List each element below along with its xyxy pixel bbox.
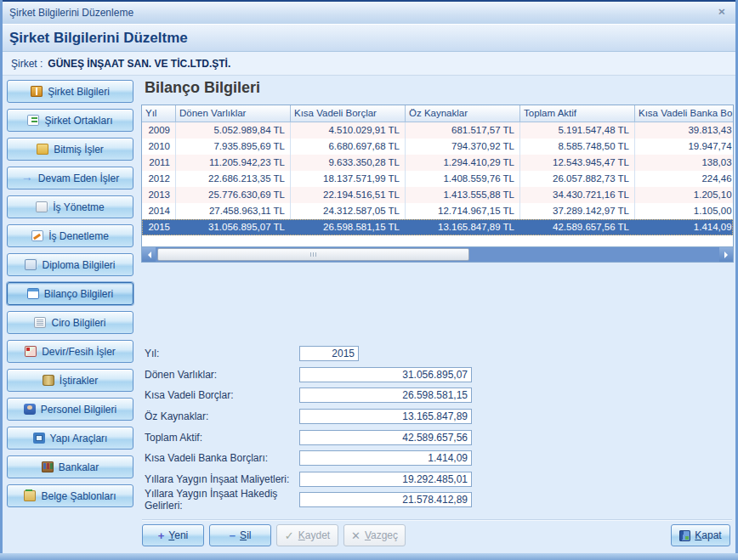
table-cell: 4.510.029,91 TL (291, 122, 406, 139)
field-oz-kaynaklar-input[interactable] (299, 409, 472, 424)
sil-button[interactable]: −Sil (209, 524, 271, 546)
arrow-right-icon (21, 173, 33, 184)
field-kisa-vadeli-banka-label: Kısa Vadeli Banka Borçları: (145, 452, 299, 464)
table-cell: 34.430.721,16 TL (520, 187, 635, 203)
sidebar: Şirket BilgileriŞirket OrtaklarıBitmiş İ… (3, 75, 139, 553)
sidebar-item-label: Yapı Araçları (50, 433, 108, 444)
table-cell: 22.686.213,35 TL (176, 171, 291, 187)
triangle-right-icon (724, 252, 731, 258)
sidebar-item-bilanco-bilgileri[interactable]: Bilanço Bilgileri (7, 282, 133, 305)
sidebar-item-sirket-bilgileri[interactable]: Şirket Bilgileri (7, 80, 133, 103)
table-row[interactable]: 201427.458.963,11 TL24.312.587,05 TL12.7… (142, 203, 733, 219)
sidebar-item-diploma-bilgileri[interactable]: Diploma Bilgileri (7, 253, 133, 276)
book-icon (31, 86, 43, 97)
sidebar-item-devam-eden-isler[interactable]: Devam Eden İşler (7, 167, 133, 189)
column-header[interactable]: Öz Kaynaklar (406, 105, 520, 122)
table-row[interactable]: 20107.935.895,69 TL6.680.697,68 TL794.37… (142, 139, 733, 155)
field-toplam-aktif-input[interactable] (299, 430, 472, 445)
company-row: Şirket : GÜNEŞ İNŞAAT SAN. VE TİC.LTD.ŞT… (3, 52, 735, 76)
sidebar-item-ciro-bilgileri[interactable]: Ciro Bilgileri (7, 311, 133, 334)
kapat-button[interactable]: Kapat (671, 524, 730, 546)
minus-icon: − (230, 530, 236, 541)
field-insaat-maliyetleri-label: Yıllara Yaygın İnşaat Maliyetleri: (145, 473, 299, 485)
vazgec-button: ✕Vazgeç (343, 524, 406, 546)
column-header[interactable]: Kısa Vadeli Banka Borçları (635, 105, 734, 122)
column-header[interactable]: Dönen Varlıklar (176, 105, 291, 122)
form-icon (27, 288, 39, 299)
sidebar-item-label: İş Yönetme (53, 201, 104, 213)
table-row[interactable]: 201111.205.942,23 TL9.633.350,28 TL1.294… (142, 155, 733, 171)
sidebar-item-label: Bitmiş İşler (54, 144, 104, 156)
close-icon[interactable]: × (718, 6, 725, 17)
table-cell: 24.312.587,05 TL (291, 203, 406, 219)
sidebar-item-sirket-ortaklari[interactable]: Şirket Ortakları (7, 109, 133, 132)
table-cell: 2015 (142, 219, 176, 235)
column-header[interactable]: Kısa Vadeli Borçlar (291, 105, 406, 122)
field-kisa-vadeli-borclar-input[interactable] (299, 387, 472, 403)
table-cell: 794.370,92 TL (406, 139, 520, 155)
sidebar-item-belge-sablonlari[interactable]: Belge Şablonları (7, 484, 133, 507)
table-row[interactable]: 201325.776.630,69 TL22.194.516,51 TL1.41… (142, 187, 733, 203)
list-icon (27, 115, 39, 126)
sidebar-item-label: İştirakler (60, 375, 98, 387)
window-title: Şirket Bilgilerini Düzenleme (9, 7, 133, 19)
horizontal-scrollbar[interactable] (142, 246, 733, 262)
form-row-insaat-hakedis: Yıllara Yaygın İnşaat Hakediş Gelirleri: (145, 489, 472, 511)
table-cell: 5.052.989,84 TL (176, 122, 291, 139)
table-row[interactable]: 20095.052.989,84 TL4.510.029,91 TL681.51… (142, 122, 733, 139)
sidebar-item-label: Bankalar (59, 461, 99, 473)
barrel-icon (43, 375, 54, 386)
sidebar-item-label: Belge Şablonları (41, 490, 116, 502)
sidebar-item-yapi-araclari[interactable]: Yapı Araçları (7, 427, 133, 450)
table-row[interactable]: 201222.686.213,35 TL18.137.571,99 TL1.40… (142, 171, 733, 187)
sidebar-item-personel-bilgileri[interactable]: Personel Bilgileri (7, 398, 133, 421)
sidebar-item-bankalar[interactable]: Bankalar (7, 455, 133, 478)
person-icon (24, 404, 36, 415)
plus-icon: + (158, 530, 165, 541)
balance-form: Yıl:Dönen Varlıklar:Kısa Vadeli Borçlar:… (145, 343, 472, 511)
column-header[interactable]: Toplam Aktif (520, 105, 635, 122)
scroll-left-button[interactable] (142, 247, 156, 262)
sidebar-item-bitmis-isler[interactable]: Bitmiş İşler (7, 138, 133, 161)
sidebar-item-label: Şirket Bilgileri (48, 86, 110, 98)
table-cell: 6.680.697,68 TL (291, 139, 406, 155)
table-cell: 1.413.555,88 TL (406, 187, 520, 203)
sidebar-item-is-yonetme[interactable]: İş Yönetme (7, 195, 133, 218)
table-row[interactable]: 201531.056.895,07 TL26.598.581,15 TL13.1… (142, 219, 733, 235)
table-cell: 11.205.942,23 TL (176, 155, 291, 171)
scrollbar-track[interactable] (156, 247, 719, 262)
scroll-right-button[interactable] (719, 247, 733, 262)
table-cell: 2010 (142, 139, 176, 155)
field-donen-varliklar-input[interactable] (299, 367, 472, 382)
pages-icon (36, 201, 48, 212)
yeni-button[interactable]: +Yeni (142, 524, 204, 546)
check-icon: ✓ (285, 530, 294, 541)
column-header[interactable]: Yıl (142, 105, 176, 122)
sidebar-item-label: Devir/Fesih İşler (42, 346, 116, 358)
table-cell: 2014 (142, 203, 176, 219)
sidebar-item-label: Devam Eden İşler (38, 173, 119, 184)
form-row-oz-kaynaklar: Öz Kaynaklar: (145, 406, 472, 427)
table-cell: 1.294.410,29 TL (406, 155, 520, 171)
app-window: Şirket Bilgilerini Düzenleme × Şirket Bi… (0, 0, 738, 553)
field-insaat-hakedis-input[interactable] (299, 492, 472, 507)
sidebar-item-label: Ciro Bilgileri (51, 317, 105, 329)
scrollbar-thumb[interactable] (157, 248, 469, 261)
table-cell: 1.414,09 TL (635, 219, 734, 235)
field-yil-input[interactable] (299, 346, 359, 361)
sidebar-item-is-denetleme[interactable]: İş Denetleme (7, 224, 133, 247)
field-insaat-maliyetleri-input[interactable] (299, 472, 472, 487)
sidebar-item-label: Bilanço Bilgileri (44, 288, 113, 300)
table-cell: 39.813,43 TL (635, 122, 734, 139)
field-kisa-vadeli-banka-input[interactable] (299, 450, 472, 466)
sidebar-item-devir-fesih-isler[interactable]: Devir/Fesih İşler (7, 340, 133, 363)
vazgec-label: Vazgeç (365, 529, 398, 541)
table-cell: 138,03 TL (635, 155, 734, 171)
sidebar-item-label: İş Denetleme (48, 230, 109, 242)
company-name: GÜNEŞ İNŞAAT SAN. VE TİC.LTD.ŞTİ. (48, 58, 230, 70)
company-label: Şirket : (11, 58, 43, 70)
field-insaat-hakedis-label: Yıllara Yaygın İnşaat Hakediş Gelirleri: (145, 488, 299, 512)
table-cell: 681.517,57 TL (406, 122, 520, 139)
table-cell: 1.105,00 TL (635, 203, 734, 219)
sidebar-item-istirakler[interactable]: İştirakler (7, 369, 133, 392)
